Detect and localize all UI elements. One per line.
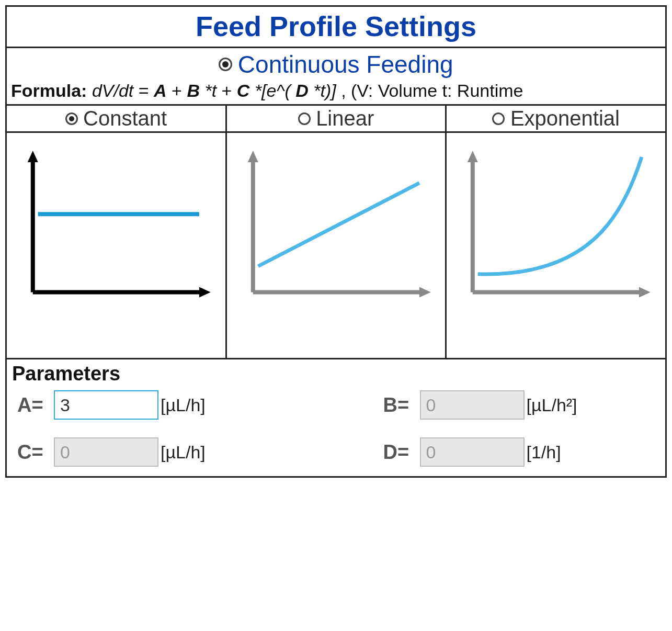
formula-a: A (154, 81, 167, 100)
formula-tail: (V: Volume t: Runtime (351, 81, 523, 100)
formula-comma: , (341, 81, 346, 100)
param-b-unit: [µL/h²] (527, 395, 577, 415)
param-c-row: C= [µL/h] (17, 437, 289, 467)
param-b-label: B= (383, 394, 420, 416)
svg-marker-13 (639, 287, 651, 298)
profile-exponential-radio-row[interactable]: Exponential (447, 106, 665, 133)
formula-prefix: Formula: (11, 81, 87, 100)
exponential-label: Exponential (510, 107, 620, 130)
param-c-input (54, 437, 158, 467)
profiles-row: Constant Linear (7, 106, 665, 359)
panel-title: Feed Profile Settings (196, 10, 476, 42)
svg-marker-6 (247, 151, 258, 162)
exponential-graph (447, 133, 665, 358)
profile-exponential: Exponential (447, 106, 665, 358)
formula-t1: *t (204, 81, 217, 100)
param-a-label: A= (17, 394, 54, 416)
profile-linear: Linear (227, 106, 447, 358)
formula-eq: = (139, 81, 149, 100)
svg-marker-11 (468, 151, 478, 162)
formula-text: Formula: dV/dt = A + B *t + C *[e^( D *t… (11, 81, 661, 101)
linear-label: Linear (316, 107, 374, 130)
formula-plus1: + (172, 81, 182, 100)
param-b-row: B= [µL/h²] (383, 390, 655, 420)
profile-constant-radio-row[interactable]: Constant (7, 106, 225, 133)
formula-lhs: dV/dt (92, 81, 133, 100)
svg-line-9 (258, 183, 419, 266)
formula-expclose: *t)] (313, 81, 336, 100)
param-a-input[interactable] (54, 390, 158, 420)
continuous-feeding-radio[interactable] (219, 58, 232, 71)
parameters-heading: Parameters (12, 363, 660, 385)
svg-marker-1 (28, 151, 38, 162)
constant-label: Constant (83, 107, 167, 130)
formula-d: D (295, 81, 309, 100)
param-c-unit: [µL/h] (161, 442, 206, 463)
param-d-label: D= (383, 441, 420, 464)
param-a-row: A= [µL/h] (17, 390, 289, 420)
exponential-radio[interactable] (492, 112, 505, 125)
profile-linear-radio-row[interactable]: Linear (227, 106, 446, 133)
param-d-input (420, 437, 525, 467)
param-a-unit: [µL/h] (161, 395, 206, 415)
formula-plus2: + (222, 81, 232, 100)
mode-radio-row[interactable]: Continuous Feeding (11, 50, 661, 78)
param-c-label: C= (17, 441, 54, 464)
svg-marker-8 (419, 287, 431, 298)
constant-graph-icon (12, 138, 220, 353)
linear-radio[interactable] (298, 112, 311, 125)
constant-radio[interactable] (65, 112, 78, 125)
formula-expopen: *[e^( (255, 81, 291, 100)
param-b-input (420, 390, 525, 420)
exponential-graph-icon (452, 138, 660, 353)
feed-profile-panel: Feed Profile Settings Continuous Feeding… (5, 5, 667, 478)
linear-graph-icon (232, 138, 440, 353)
title-row: Feed Profile Settings (7, 7, 665, 48)
constant-graph (7, 133, 225, 358)
linear-graph (227, 133, 446, 358)
formula-b: B (187, 81, 200, 100)
continuous-feeding-label: Continuous Feeding (238, 51, 453, 78)
svg-marker-3 (199, 287, 211, 298)
profile-constant: Constant (7, 106, 227, 358)
param-d-unit: [1/h] (527, 442, 561, 463)
parameters-grid: A= [µL/h] B= [µL/h²] C= [µL/h] D= [1/h] (12, 390, 660, 467)
formula-c: C (237, 81, 250, 100)
param-d-row: D= [1/h] (383, 437, 655, 467)
mode-section: Continuous Feeding Formula: dV/dt = A + … (7, 48, 665, 106)
parameters-section: Parameters A= [µL/h] B= [µL/h²] C= [µL/h… (7, 359, 665, 476)
